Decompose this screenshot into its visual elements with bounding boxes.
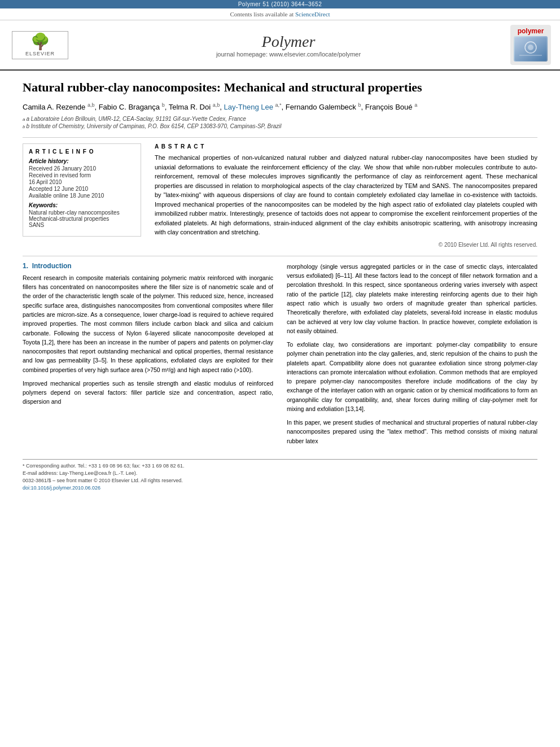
affiliations: a a Laboratoire Léon Brillouin, UMR-12, … bbox=[23, 116, 537, 129]
affiliation-b-text: b Institute of Chemistry, University of … bbox=[26, 123, 281, 129]
page-num-bar: Polymer 51 (2010) 3644–3652 bbox=[0, 0, 560, 8]
keywords-label: Keywords: bbox=[29, 202, 135, 208]
aff-sup-a-star: a,* bbox=[275, 102, 282, 108]
keywords-group: Keywords: Natural rubber-clay nanocompos… bbox=[29, 202, 135, 228]
author-rezende: Camila A. Rezende bbox=[23, 103, 85, 111]
author-galembeck: Fernando Galembeck bbox=[286, 103, 356, 111]
aff-b-sup: b bbox=[23, 124, 25, 129]
affiliation-a: a a Laboratoire Léon Brillouin, UMR-12, … bbox=[23, 116, 537, 122]
online-line: Available online 18 June 2010 bbox=[29, 193, 135, 199]
authors: Camila A. Rezende a,b, Fabio C. Bragança… bbox=[23, 102, 537, 113]
svg-point-2 bbox=[528, 45, 533, 50]
revised-date-line: 16 April 2010 bbox=[29, 179, 135, 185]
aff-sup-ab2: a,b bbox=[213, 102, 220, 108]
abstract-section: A B S T R A C T The mechanical propertie… bbox=[155, 143, 537, 248]
corresponding-note: * Corresponding author. Tel.: +33 1 69 0… bbox=[23, 463, 537, 469]
elsevier-logo: 🌳 ELSEVIER bbox=[9, 31, 71, 59]
author-boue: François Boué bbox=[365, 103, 413, 111]
author-lee[interactable]: Lay-Theng Lee bbox=[224, 103, 273, 111]
abstract-copyright: © 2010 Elsevier Ltd. All rights reserved… bbox=[155, 242, 537, 248]
abstract-text: The mechanical properties of non-vulcani… bbox=[155, 153, 537, 237]
right-para1: morphology (single versus aggregated par… bbox=[287, 262, 537, 335]
keyword-2: Mechanical-structural properties bbox=[29, 216, 135, 222]
history-group: Article history: Received 26 January 201… bbox=[29, 158, 135, 199]
journal-header: 🌳 ELSEVIER Polymer journal homepage: www… bbox=[0, 20, 560, 71]
doi-note: doi:10.1016/j.polymer.2010.06.026 bbox=[23, 485, 537, 491]
intro-number: 1. bbox=[23, 262, 28, 270]
sciencedirect-link[interactable]: ScienceDirect bbox=[295, 11, 330, 18]
article-info-box: A R T I C L E I N F O Article history: R… bbox=[23, 143, 141, 237]
article-title: Natural rubber-clay nanocomposites: Mech… bbox=[23, 80, 537, 96]
email-note: E-mail address: Lay-Theng.Lee@cea.fr (L.… bbox=[23, 470, 537, 476]
body-right-col: morphology (single versus aggregated par… bbox=[287, 262, 537, 450]
aff-sup-b2: b bbox=[358, 102, 361, 108]
intro-title: Introduction bbox=[32, 262, 72, 270]
top-bar: Contents lists available at ScienceDirec… bbox=[0, 8, 560, 20]
keyword-3: SANS bbox=[29, 222, 135, 228]
main-content: Natural rubber-clay nanocomposites: Mech… bbox=[0, 71, 560, 501]
article-info-title: A R T I C L E I N F O bbox=[29, 148, 135, 155]
poly-title: polymer bbox=[513, 27, 549, 35]
author-braganca: Fabio C. Bragança bbox=[99, 103, 160, 111]
affiliation-b: b b Institute of Chemistry, University o… bbox=[23, 123, 537, 129]
abstract-title: A B S T R A C T bbox=[155, 143, 537, 150]
journal-homepage: journal homepage: www.elsevier.com/locat… bbox=[71, 51, 506, 58]
tree-icon: 🌳 bbox=[15, 34, 65, 50]
contents-label: Contents lists available at bbox=[230, 11, 294, 18]
author-doi: Telma R. Doi bbox=[169, 103, 211, 111]
right-para2: To exfoliate clay, two considerations ar… bbox=[287, 340, 537, 413]
elsevier-wordmark: ELSEVIER bbox=[15, 51, 65, 56]
abstract-col: A B S T R A C T The mechanical propertie… bbox=[155, 143, 537, 248]
polymer-logo-block: polymer bbox=[506, 25, 551, 65]
copyright-note: 0032-3861/$ – see front matter © 2010 El… bbox=[23, 478, 537, 483]
aff-sup-b1: b bbox=[162, 102, 165, 108]
aff-sup-ab1: a,b bbox=[88, 102, 95, 108]
accepted-line: Accepted 12 June 2010 bbox=[29, 186, 135, 192]
body-left-col: 1. Introduction Recent research in compo… bbox=[23, 262, 273, 450]
journal-title-block: Polymer journal homepage: www.elsevier.c… bbox=[71, 33, 506, 58]
keyword-1: Natural rubber-clay nanocomposites bbox=[29, 209, 135, 216]
keywords-list: Natural rubber-clay nanocomposites Mecha… bbox=[29, 209, 135, 228]
aff-a-sup: a bbox=[23, 117, 25, 122]
body-content: 1. Introduction Recent research in compo… bbox=[23, 262, 537, 450]
article-info-col: A R T I C L E I N F O Article history: R… bbox=[23, 143, 141, 248]
polymer-logo-image bbox=[514, 36, 548, 62]
divider-2 bbox=[23, 256, 537, 256]
polymer-logo: polymer bbox=[510, 25, 551, 65]
article-footer: * Corresponding author. Tel.: +33 1 69 0… bbox=[23, 459, 537, 491]
aff-sup-a2: a bbox=[414, 102, 417, 108]
article-info-abstract: A R T I C L E I N F O Article history: R… bbox=[23, 143, 537, 248]
intro-para2: Improved mechanical properties such as t… bbox=[23, 379, 273, 407]
email-label: E-mail address: Lay-Theng.Lee@cea.fr (L.… bbox=[23, 470, 137, 476]
divider-1 bbox=[23, 137, 537, 138]
logo-box: 🌳 ELSEVIER bbox=[12, 31, 68, 59]
history-label: Article history: bbox=[29, 158, 135, 164]
right-para3: In this paper, we present studies of mec… bbox=[287, 418, 537, 445]
received-line: Received 26 January 2010 bbox=[29, 165, 135, 172]
revised-line: Received in revised form bbox=[29, 172, 135, 178]
affiliation-a-text: a Laboratoire Léon Brillouin, UMR-12, CE… bbox=[26, 116, 246, 122]
intro-heading: 1. Introduction bbox=[23, 262, 273, 270]
intro-para1: Recent research in composite materials c… bbox=[23, 273, 273, 374]
journal-name: Polymer bbox=[71, 33, 506, 51]
